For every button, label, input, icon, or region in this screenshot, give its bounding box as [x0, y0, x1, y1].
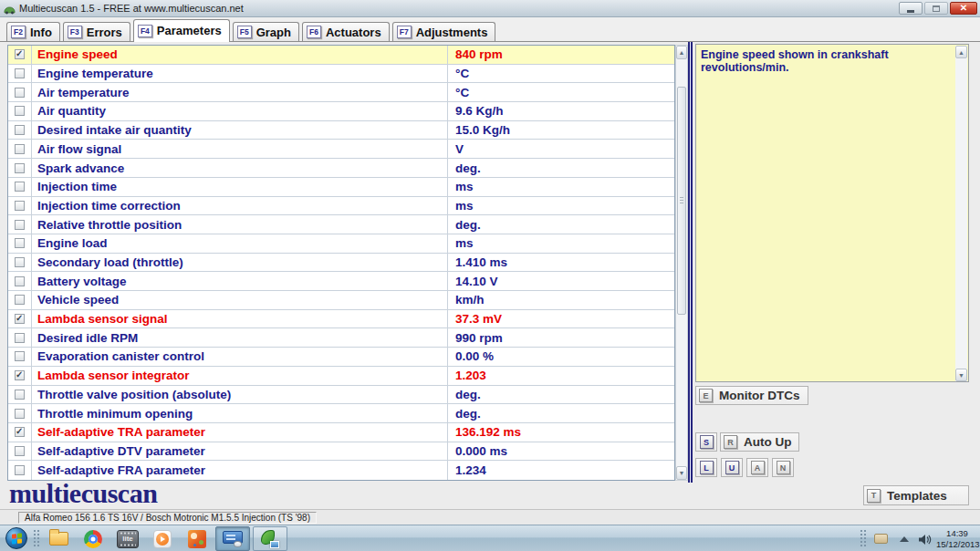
table-row[interactable]: Lambda sensor integrator 1.203 [8, 367, 674, 386]
tab-label: Adjustments [416, 26, 488, 39]
parameter-value: deg. [448, 404, 674, 422]
table-row[interactable]: Lambda sensor signal 37.3 mV [8, 310, 674, 329]
checkbox-cell [8, 65, 32, 83]
row-checkbox[interactable] [15, 351, 25, 361]
checkbox-cell [8, 234, 32, 253]
tab-info[interactable]: F2 Info [6, 22, 60, 41]
table-row[interactable]: Engine speed 840 rpm [8, 46, 674, 65]
row-checkbox[interactable] [15, 446, 25, 456]
tab-parameters[interactable]: F4 Parameters [133, 19, 230, 42]
table-row[interactable]: Spark advance deg. [8, 159, 674, 178]
row-checkbox[interactable] [15, 88, 25, 98]
explorer-taskbar-button[interactable] [42, 526, 75, 551]
table-row[interactable]: Vehicle speed km/h [8, 291, 674, 310]
templates-button[interactable]: T Templates [863, 485, 969, 505]
monitor-dtcs-button[interactable]: E Monitor DTCs [695, 386, 808, 405]
scroll-up-icon[interactable]: ▲ [955, 46, 967, 58]
row-checkbox[interactable] [15, 238, 25, 248]
auto-up-button[interactable]: R Auto Up [720, 432, 799, 452]
scroll-down-icon[interactable]: ▼ [676, 466, 687, 480]
media-center-taskbar-button[interactable] [181, 526, 214, 551]
table-row[interactable]: Self-adaptive DTV parameter 0.000 ms [8, 442, 674, 462]
table-row[interactable]: Engine load ms [8, 234, 674, 254]
table-row[interactable]: Self-adaptive FRA parameter 1.234 [8, 461, 674, 480]
table-row[interactable]: Engine temperature °C [8, 65, 674, 84]
row-checkbox[interactable] [15, 390, 25, 400]
table-row[interactable]: Injection time ms [8, 178, 674, 197]
taskbar-grip[interactable] [33, 529, 40, 548]
row-checkbox[interactable] [15, 144, 25, 154]
info-scrollbar[interactable]: ▲ ▼ [955, 46, 967, 381]
checkbox-cell [8, 291, 32, 309]
tab-actuators[interactable]: F6 Actuators [302, 22, 390, 41]
parameter-name: Relative throttle position [32, 215, 448, 234]
row-checkbox[interactable] [15, 333, 25, 343]
table-row[interactable]: Battery voltage 14.10 V [8, 272, 674, 291]
updater-taskbar-button[interactable] [253, 526, 287, 551]
row-checkbox[interactable] [15, 220, 25, 230]
l-button[interactable]: L [695, 458, 717, 477]
tray-grip[interactable] [860, 529, 867, 548]
title-bar: Multiecuscan 1.5 - FREE at www.multiecus… [0, 0, 980, 17]
row-checkbox[interactable] [15, 276, 25, 286]
close-button[interactable]: ✕ [950, 2, 977, 15]
row-checkbox[interactable] [15, 427, 25, 437]
table-row[interactable]: Air flow signal V [8, 140, 674, 159]
tab-adjustments[interactable]: F7 Adjustments [392, 22, 496, 41]
scrollbar-thumb[interactable] [677, 87, 686, 315]
vehicle-status: Alfa Romeo 156 1.6 TS 16V / Bosch Motron… [18, 512, 317, 524]
row-checkbox[interactable] [15, 295, 25, 305]
table-row[interactable]: Desired intake air quantity 15.0 Kg/h [8, 121, 674, 140]
table-row[interactable]: Self-adaptive TRA parameter 136.192 ms [8, 423, 674, 442]
table-row[interactable]: Desired idle RPM 990 rpm [8, 328, 674, 348]
row-checkbox[interactable] [15, 106, 25, 116]
table-row[interactable]: Evaporation canister control 0.00 % [8, 348, 674, 367]
row-checkbox[interactable] [15, 125, 25, 135]
s-button[interactable]: S [695, 432, 717, 452]
row-checkbox[interactable] [15, 49, 25, 59]
row-checkbox[interactable] [15, 370, 25, 380]
row-checkbox[interactable] [15, 182, 25, 192]
table-scrollbar[interactable]: ▲ ▼ [675, 45, 688, 481]
klite-taskbar-button[interactable]: lite [111, 526, 144, 551]
u-button[interactable]: U [721, 458, 743, 477]
table-row[interactable]: Relative throttle position deg. [8, 215, 674, 234]
start-button[interactable] [5, 527, 27, 549]
row-checkbox[interactable] [15, 465, 25, 475]
parameter-value: 990 rpm [448, 328, 674, 347]
table-row[interactable]: Throttle valve position (absolute) deg. [8, 386, 674, 405]
table-row[interactable]: Injection time correction ms [8, 197, 674, 216]
chrome-taskbar-button[interactable] [77, 526, 109, 551]
volume-icon[interactable] [918, 533, 932, 549]
a-button[interactable]: A [746, 458, 768, 477]
tab-graph[interactable]: F5 Graph [233, 22, 299, 41]
row-checkbox[interactable] [15, 257, 25, 267]
parameter-name: Throttle minimum opening [32, 404, 448, 422]
media-player-taskbar-button[interactable] [146, 526, 179, 551]
maximize-button[interactable] [924, 2, 948, 15]
row-checkbox[interactable] [15, 409, 25, 419]
table-row[interactable]: Throttle minimum opening deg. [8, 404, 674, 423]
n-button[interactable]: N [772, 458, 794, 477]
tray-app-icon[interactable] [874, 534, 888, 544]
tab-errors[interactable]: F3 Errors [63, 22, 130, 41]
show-hidden-icons-icon[interactable] [900, 536, 909, 542]
minimize-button[interactable] [899, 2, 923, 15]
parameter-value: ms [448, 234, 674, 253]
row-checkbox[interactable] [15, 314, 25, 324]
taskbar-clock[interactable]: 14:39 15/12/2013 [936, 528, 978, 549]
folder-icon [49, 532, 68, 546]
parameter-name: Lambda sensor signal [32, 310, 448, 328]
table-row[interactable]: Secondary load (throttle) 1.410 ms [8, 254, 674, 273]
row-checkbox[interactable] [15, 163, 25, 173]
row-checkbox[interactable] [15, 68, 25, 78]
parameter-name: Engine load [32, 234, 448, 253]
table-row[interactable]: Air temperature °C [8, 83, 674, 102]
table-row[interactable]: Air quantity 9.6 Kg/h [8, 102, 674, 121]
scroll-up-icon[interactable]: ▲ [676, 46, 687, 59]
checkbox-cell [8, 272, 32, 290]
parameter-name: Spark advance [32, 159, 448, 177]
scroll-down-icon[interactable]: ▼ [955, 369, 967, 381]
row-checkbox[interactable] [15, 201, 25, 211]
multiecuscan-taskbar-button[interactable] [215, 526, 250, 551]
